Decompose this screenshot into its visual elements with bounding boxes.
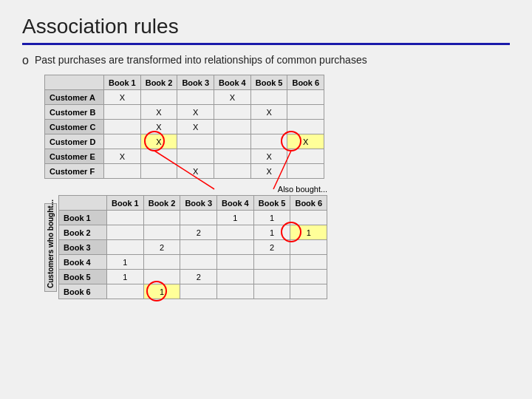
header-label — [45, 75, 104, 90]
cell — [253, 284, 290, 299]
row-label: Book 2 — [59, 225, 107, 240]
table-row: Customer D X X — [45, 134, 324, 149]
cell — [104, 105, 141, 120]
cell — [287, 149, 324, 164]
row-label: Customer A — [45, 90, 104, 105]
cell: X — [104, 90, 141, 105]
cell: 2 — [253, 240, 290, 255]
cell — [287, 105, 324, 120]
cell: 1 — [253, 225, 290, 240]
row-label: Book 5 — [59, 270, 107, 284]
header-book6: Book 6 — [287, 75, 324, 90]
cell: 1 — [107, 255, 144, 270]
header-book2: Book 2 — [143, 196, 180, 211]
cell — [217, 225, 254, 240]
cell: X — [177, 120, 214, 134]
bottom-table-header: Book 1 Book 2 Book 3 Book 4 Book 5 Book … — [59, 196, 327, 211]
row-label: Book 1 — [59, 211, 107, 225]
cell: 2 — [180, 270, 217, 284]
cell — [177, 134, 214, 149]
cell — [290, 270, 327, 284]
row-label: Book 6 — [59, 284, 107, 299]
bullet-icon: o — [22, 54, 29, 67]
cell: X — [250, 105, 287, 120]
title-divider — [22, 43, 510, 45]
cell — [107, 284, 144, 299]
page-container: Association rules o Past purchases are t… — [22, 15, 510, 299]
cell — [290, 255, 327, 270]
cell — [143, 211, 180, 225]
cell: X — [250, 164, 287, 179]
top-table-header: Book 1 Book 2 Book 3 Book 4 Book 5 Book … — [45, 75, 324, 90]
cell — [143, 255, 180, 270]
rotated-label: Customers who bought... — [44, 203, 57, 292]
bottom-section: Also bought... Customers who bought... B… — [44, 185, 510, 299]
cell — [143, 270, 180, 284]
cell — [140, 149, 177, 164]
cell — [180, 255, 217, 270]
cell: X — [140, 105, 177, 120]
cell: 1 — [217, 211, 254, 225]
header-book6: Book 6 — [290, 196, 327, 211]
cell — [287, 120, 324, 134]
header-book5: Book 5 — [250, 75, 287, 90]
cell: 1 — [253, 211, 290, 225]
bullet-text: Past purchases are transformed into rela… — [35, 54, 367, 66]
cell — [143, 225, 180, 240]
cell — [104, 164, 141, 179]
bullet-point: o Past purchases are transformed into re… — [22, 54, 510, 67]
header-book4: Book 4 — [214, 75, 251, 90]
row-label: Customer E — [45, 149, 104, 164]
header-book3: Book 3 — [177, 75, 214, 90]
header-label — [59, 196, 107, 211]
cell — [180, 284, 217, 299]
table-row: Customer B X X X — [45, 105, 324, 120]
cell: 2 — [143, 240, 180, 255]
page-title: Association rules — [22, 15, 510, 38]
row-label: Book 4 — [59, 255, 107, 270]
cell — [214, 120, 251, 134]
cell: 1 — [143, 284, 180, 299]
cell — [253, 270, 290, 284]
table-row: Book 4 1 — [59, 255, 327, 270]
cell: 1 — [290, 225, 327, 240]
row-label: Customer F — [45, 164, 104, 179]
cell — [217, 240, 254, 255]
header-book5: Book 5 — [253, 196, 290, 211]
cell — [214, 149, 251, 164]
header-book4: Book 4 — [217, 196, 254, 211]
rotated-label-container: Customers who bought... — [44, 195, 57, 299]
header-book1: Book 1 — [104, 75, 141, 90]
cell: X — [140, 120, 177, 134]
row-label: Customer B — [45, 105, 104, 120]
cell: X — [250, 149, 287, 164]
cell — [140, 90, 177, 105]
cell: X — [140, 134, 177, 149]
table-row: Book 2 2 1 1 — [59, 225, 327, 240]
cell — [250, 120, 287, 134]
row-label: Book 3 — [59, 240, 107, 255]
cell — [107, 211, 144, 225]
cell — [214, 164, 251, 179]
cell: X — [287, 134, 324, 149]
header-book1: Book 1 — [107, 196, 144, 211]
cell — [180, 240, 217, 255]
cell: 1 — [107, 270, 144, 284]
cell — [177, 149, 214, 164]
table-row: Book 3 2 2 — [59, 240, 327, 255]
cell: 2 — [180, 225, 217, 240]
cell — [107, 225, 144, 240]
also-bought-label: Also bought... — [102, 185, 327, 194]
table-row: Customer C X X — [45, 120, 324, 134]
cell — [253, 255, 290, 270]
bottom-table-flex: Customers who bought... Book 1 Book 2 Bo… — [44, 195, 327, 299]
table-row: Customer A X X — [45, 90, 324, 105]
cell — [104, 134, 141, 149]
cell — [214, 134, 251, 149]
cell — [287, 164, 324, 179]
table-row: Book 1 1 1 — [59, 211, 327, 225]
cell — [140, 164, 177, 179]
cell — [180, 211, 217, 225]
cell: X — [214, 90, 251, 105]
cell — [107, 240, 144, 255]
